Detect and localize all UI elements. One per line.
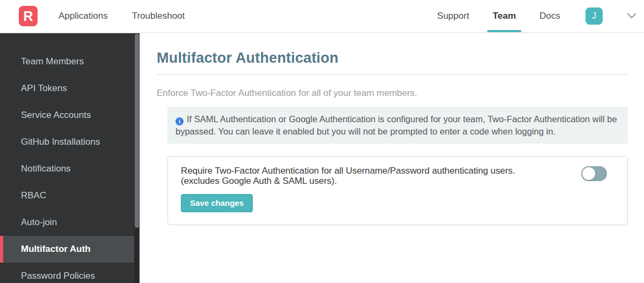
secondary-nav: Support Team Docs J bbox=[436, 0, 636, 32]
primary-nav: Applications Troubleshoot bbox=[57, 0, 186, 32]
nav-troubleshoot[interactable]: Troubleshoot bbox=[131, 0, 186, 32]
sidebar-item-rbac[interactable]: RBAC bbox=[0, 182, 134, 209]
save-changes-button[interactable]: Save changes bbox=[181, 194, 253, 212]
two-factor-setting-card: Require Two-Factor Authentication for al… bbox=[167, 156, 628, 225]
sidebar-scrollbar-thumb[interactable] bbox=[135, 34, 139, 228]
top-nav: R Applications Troubleshoot Support Team… bbox=[0, 0, 644, 33]
two-factor-toggle[interactable] bbox=[581, 166, 607, 181]
rollbar-logo[interactable]: R bbox=[19, 6, 38, 26]
settings-sidebar: Team Members API Tokens Service Accounts… bbox=[0, 33, 140, 283]
chevron-down-icon[interactable] bbox=[627, 13, 636, 19]
avatar-initial: J bbox=[592, 11, 596, 21]
info-banner-text: If SAML Authentication or Google Authent… bbox=[175, 114, 617, 136]
sidebar-item-team-members[interactable]: Team Members bbox=[0, 48, 134, 75]
main-content: Multifactor Authentication Enforce Two-F… bbox=[140, 33, 644, 283]
page-title: Multifactor Authentication bbox=[157, 50, 628, 66]
toggle-knob bbox=[582, 167, 595, 180]
title-divider bbox=[157, 75, 628, 75]
nav-team[interactable]: Team bbox=[492, 0, 517, 32]
sidebar-item-multifactor-auth[interactable]: Multifactor Auth bbox=[0, 236, 134, 263]
nav-support[interactable]: Support bbox=[436, 0, 471, 32]
sidebar-item-auto-join[interactable]: Auto-join bbox=[0, 209, 134, 236]
user-avatar[interactable]: J bbox=[586, 8, 603, 25]
sidebar-item-notifications[interactable]: Notifications bbox=[0, 155, 134, 182]
logo-letter: R bbox=[23, 10, 33, 23]
info-icon: i bbox=[175, 117, 184, 125]
page-description: Enforce Two-Factor Authentication for al… bbox=[157, 88, 628, 99]
nav-applications[interactable]: Applications bbox=[57, 0, 109, 32]
sidebar-scrollbar-track bbox=[134, 33, 140, 283]
sidebar-item-password-policies[interactable]: Password Policies bbox=[0, 263, 134, 283]
sidebar-item-api-tokens[interactable]: API Tokens bbox=[0, 75, 134, 102]
info-banner: iIf SAML Authentication or Google Authen… bbox=[167, 107, 628, 144]
setting-label-line2: (excludes Google Auth & SAML users). bbox=[181, 176, 515, 186]
sidebar-menu: Team Members API Tokens Service Accounts… bbox=[0, 33, 140, 283]
sidebar-item-github-installations[interactable]: GitHub Installations bbox=[0, 129, 134, 155]
nav-docs[interactable]: Docs bbox=[538, 0, 561, 32]
setting-label: Require Two-Factor Authentication for al… bbox=[181, 166, 515, 186]
setting-label-line1: Require Two-Factor Authentication for al… bbox=[181, 166, 515, 176]
sidebar-item-service-accounts[interactable]: Service Accounts bbox=[0, 102, 134, 129]
